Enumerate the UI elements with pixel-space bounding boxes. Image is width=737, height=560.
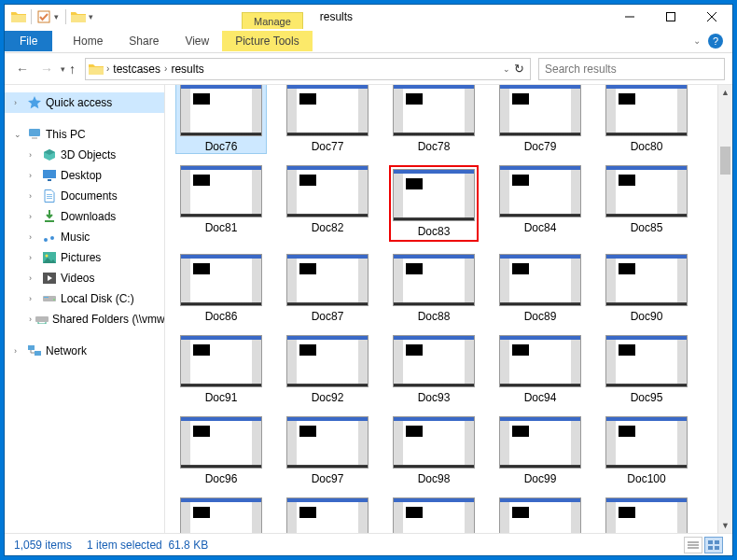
- expand-icon[interactable]: ›: [29, 294, 38, 303]
- file-item[interactable]: Doc97: [283, 416, 372, 485]
- expand-icon[interactable]: ›: [14, 98, 23, 107]
- tree-this-pc[interactable]: ⌄ This PC: [5, 124, 164, 145]
- file-item[interactable]: Doc93: [389, 335, 479, 404]
- file-label: Doc78: [418, 140, 451, 153]
- file-item[interactable]: Doc88: [389, 254, 479, 323]
- expand-icon[interactable]: ›: [29, 253, 38, 262]
- expand-icon[interactable]: ›: [29, 191, 38, 201]
- file-item[interactable]: Doc102: [283, 497, 372, 533]
- file-item[interactable]: Doc76: [176, 85, 266, 153]
- file-item[interactable]: Doc101: [176, 497, 266, 533]
- tree-item[interactable]: ›Pictures: [5, 247, 164, 268]
- file-item[interactable]: Doc87: [283, 254, 372, 323]
- new-folder-icon[interactable]: [70, 8, 87, 25]
- file-item[interactable]: Doc105: [602, 497, 691, 533]
- expand-icon[interactable]: ›: [14, 346, 23, 356]
- file-item[interactable]: Doc86: [176, 254, 266, 323]
- folder-icon[interactable]: [10, 8, 27, 25]
- collapse-icon[interactable]: ⌄: [14, 130, 23, 139]
- nav-bar: ← → ▾ ↑ › testcases › results ⌄ ↻ Search…: [5, 53, 732, 85]
- tree-item[interactable]: ›Local Disk (C:): [5, 288, 164, 309]
- expand-icon[interactable]: ›: [29, 273, 38, 283]
- file-item[interactable]: Doc84: [495, 165, 585, 242]
- expand-icon[interactable]: ›: [29, 232, 38, 242]
- maximize-button[interactable]: [650, 5, 691, 29]
- expand-icon[interactable]: ›: [29, 171, 38, 180]
- tree-item[interactable]: ›Documents: [5, 186, 164, 206]
- tree-item[interactable]: ›3D Objects: [5, 145, 164, 165]
- minimize-button[interactable]: [609, 5, 650, 29]
- file-item[interactable]: Doc82: [283, 165, 372, 242]
- help-icon[interactable]: ?: [708, 34, 723, 49]
- expand-icon[interactable]: ›: [29, 212, 38, 221]
- file-item[interactable]: Doc95: [602, 335, 691, 404]
- status-selection: 1 item selected 61.8 KB: [87, 539, 208, 552]
- file-thumbnail: [499, 497, 581, 533]
- file-label: Doc76: [205, 140, 238, 153]
- expand-icon[interactable]: ›: [29, 315, 32, 324]
- address-dropdown-icon[interactable]: ⌄: [503, 64, 510, 74]
- file-item[interactable]: Doc100: [602, 416, 691, 485]
- file-item[interactable]: Doc89: [495, 254, 585, 323]
- file-thumbnail: [393, 416, 475, 469]
- close-button[interactable]: [691, 5, 732, 29]
- scroll-thumb[interactable]: [720, 147, 730, 175]
- refresh-icon[interactable]: ↻: [514, 62, 524, 76]
- properties-icon[interactable]: [35, 8, 52, 25]
- file-item[interactable]: Doc90: [602, 254, 691, 323]
- tab-home[interactable]: Home: [60, 31, 116, 51]
- svg-rect-6: [32, 137, 37, 139]
- tab-view[interactable]: View: [172, 31, 222, 51]
- explorer-body: › Quick access ⌄ This PC ›3D Objects›Des…: [5, 85, 732, 533]
- address-bar[interactable]: › testcases › results ⌄ ↻: [85, 58, 531, 80]
- up-button[interactable]: ↑: [69, 62, 76, 77]
- tree-item[interactable]: ›Desktop: [5, 165, 164, 186]
- back-button[interactable]: ←: [12, 59, 33, 79]
- file-item[interactable]: Doc80: [602, 85, 691, 153]
- tree-item[interactable]: ›Music: [5, 227, 164, 247]
- file-item[interactable]: Doc77: [283, 85, 372, 153]
- file-item[interactable]: Doc81: [176, 165, 266, 242]
- file-thumbnail: [180, 416, 262, 469]
- file-item[interactable]: Doc103: [389, 497, 479, 533]
- tree-item[interactable]: ›Videos: [5, 268, 164, 288]
- file-item[interactable]: Doc85: [602, 165, 691, 242]
- file-thumbnail: [605, 335, 688, 387]
- file-item[interactable]: Doc92: [283, 335, 372, 404]
- breadcrumb[interactable]: testcases: [109, 63, 164, 76]
- qat-dropdown-icon[interactable]: ▾: [54, 12, 62, 21]
- file-item[interactable]: Doc98: [389, 416, 479, 485]
- tab-share[interactable]: Share: [116, 31, 172, 51]
- tree-label: Documents: [61, 189, 118, 203]
- expand-icon[interactable]: ›: [29, 150, 38, 160]
- star-icon: [27, 95, 42, 110]
- file-item[interactable]: Doc96: [176, 416, 266, 485]
- scroll-down-icon[interactable]: ▼: [718, 518, 732, 533]
- history-dropdown-icon[interactable]: ▾: [61, 64, 65, 74]
- file-item[interactable]: Doc91: [176, 335, 266, 404]
- tree-quick-access[interactable]: › Quick access: [5, 92, 164, 113]
- scroll-up-icon[interactable]: ▲: [718, 85, 732, 100]
- vertical-scrollbar[interactable]: ▲ ▼: [717, 85, 732, 533]
- file-item[interactable]: Doc99: [495, 416, 585, 485]
- qat-customize-icon[interactable]: ▾: [89, 12, 96, 21]
- details-view-button[interactable]: [684, 537, 702, 553]
- tree-network[interactable]: › Network: [5, 341, 164, 361]
- tab-picture-tools[interactable]: Picture Tools: [222, 31, 312, 51]
- tree-label: Videos: [61, 272, 94, 285]
- thumbnails-view-button[interactable]: [704, 537, 723, 553]
- file-tab[interactable]: File: [5, 31, 52, 51]
- file-item[interactable]: Doc78: [389, 85, 479, 153]
- folder-type-icon: [42, 271, 57, 286]
- file-item[interactable]: Doc83: [389, 165, 479, 242]
- collapse-ribbon-icon[interactable]: ⌄: [693, 35, 701, 46]
- file-item[interactable]: Doc104: [495, 497, 585, 533]
- tree-item[interactable]: ›Downloads: [5, 206, 164, 227]
- file-item[interactable]: Doc79: [495, 85, 585, 153]
- search-input[interactable]: Search results: [538, 58, 725, 80]
- forward-button[interactable]: →: [36, 59, 57, 79]
- tree-item[interactable]: ›Shared Folders (\\vmware-host): [5, 309, 164, 329]
- file-item[interactable]: Doc94: [495, 335, 585, 404]
- breadcrumb[interactable]: results: [167, 63, 207, 76]
- folder-type-icon: [42, 168, 57, 183]
